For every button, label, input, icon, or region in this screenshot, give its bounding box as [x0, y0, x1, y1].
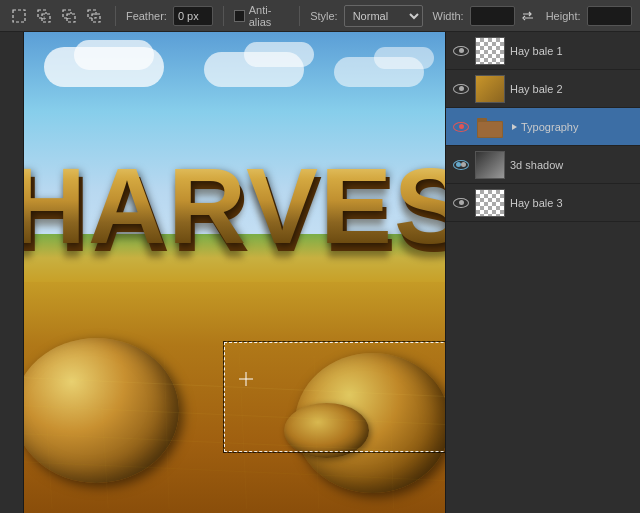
antialias-checkbox-label[interactable]: Anti-alias: [234, 4, 289, 28]
svg-line-11: [24, 434, 445, 453]
svg-line-9: [24, 377, 445, 396]
layer-thumb-checker-1: [476, 38, 504, 64]
feather-input[interactable]: [173, 6, 213, 26]
toolbar: + − Feather: Anti-alias Style: Normal Fi…: [0, 0, 640, 32]
layer-name-2: Hay bale 2: [510, 83, 634, 95]
layer-name-4: 3d shadow: [510, 159, 634, 171]
layer-item-hay-bale-1[interactable]: Hay bale 1: [446, 32, 640, 70]
svg-line-12: [24, 462, 445, 481]
layer-visibility-2[interactable]: [452, 80, 470, 98]
layer-item-typography[interactable]: Typography: [446, 108, 640, 146]
new-selection-btn[interactable]: [8, 5, 30, 27]
subtract-selection-btn[interactable]: −: [58, 5, 80, 27]
main-area: HARVEST HARVEST HARVEST: [0, 32, 640, 513]
svg-line-17: [314, 355, 319, 508]
cloud-2: [74, 40, 154, 70]
tool-options-group: + −: [8, 5, 105, 27]
eye-icon-4: [453, 160, 469, 170]
svg-line-13: [43, 359, 52, 509]
svg-line-18: [389, 359, 394, 509]
width-label: Width:: [433, 10, 464, 22]
layer-visibility-5[interactable]: [452, 194, 470, 212]
style-select[interactable]: Normal Fixed Ratio Fixed Size: [344, 5, 423, 27]
svg-text:+: +: [42, 14, 47, 23]
feather-label: Feather:: [126, 10, 167, 22]
layer-name-1: Hay bale 1: [510, 45, 634, 57]
width-input[interactable]: [470, 6, 515, 26]
intersect-selection-btn[interactable]: [83, 5, 105, 27]
layer-thumb-hay-2: [476, 76, 504, 102]
antialias-label: Anti-alias: [249, 4, 290, 28]
layer-name-5: Hay bale 3: [510, 197, 634, 209]
layer-thumbnail-2: [475, 75, 505, 103]
style-label: Style:: [310, 10, 338, 22]
svg-line-15: [164, 357, 169, 509]
layer-visibility-4[interactable]: [452, 156, 470, 174]
separator-2: [223, 6, 224, 26]
harvest-text-main: HARVEST: [24, 152, 445, 260]
layer-visibility-1[interactable]: [452, 42, 470, 60]
layer-item-hay-bale-3[interactable]: Hay bale 3: [446, 184, 640, 222]
antialias-checkbox[interactable]: [234, 10, 245, 22]
cloud-6: [374, 47, 434, 69]
eye-icon-3: [453, 122, 469, 132]
svg-line-10: [24, 405, 445, 424]
layer-thumb-checker-5: [476, 190, 504, 216]
svg-marker-22: [512, 124, 517, 130]
layers-panel: Hay bale 1 Hay bale 2: [445, 32, 640, 513]
height-label: Height:: [546, 10, 581, 22]
layer-thumbnail-3: [475, 113, 505, 141]
add-selection-btn[interactable]: +: [33, 5, 55, 27]
swap-icon[interactable]: [521, 8, 535, 24]
layer-visibility-3[interactable]: [452, 118, 470, 136]
height-input[interactable]: [587, 6, 632, 26]
separator-3: [299, 6, 300, 26]
layer-item-hay-bale-2[interactable]: Hay bale 2: [446, 70, 640, 108]
eye-icon-2: [453, 84, 469, 94]
layer-thumbnail-1: [475, 37, 505, 65]
cloud-4: [244, 42, 314, 67]
svg-rect-0: [13, 10, 25, 22]
layer-item-3d-shadow[interactable]: 3d shadow: [446, 146, 640, 184]
straw-texture: [24, 345, 445, 513]
layer-thumb-shadow-4: [476, 152, 504, 178]
svg-line-16: [239, 352, 246, 508]
folder-arrow-icon: [510, 123, 518, 131]
separator-1: [115, 6, 116, 26]
layer-thumbnail-5: [475, 189, 505, 217]
canvas-area[interactable]: HARVEST HARVEST HARVEST: [24, 32, 445, 513]
layer-name-3: Typography: [510, 121, 578, 133]
svg-text:−: −: [67, 14, 72, 23]
tool-panel: [0, 32, 24, 513]
eye-icon-1: [453, 46, 469, 56]
svg-line-14: [99, 354, 108, 508]
layer-thumbnail-4: [475, 151, 505, 179]
eye-icon-5: [453, 198, 469, 208]
svg-rect-21: [478, 122, 502, 137]
